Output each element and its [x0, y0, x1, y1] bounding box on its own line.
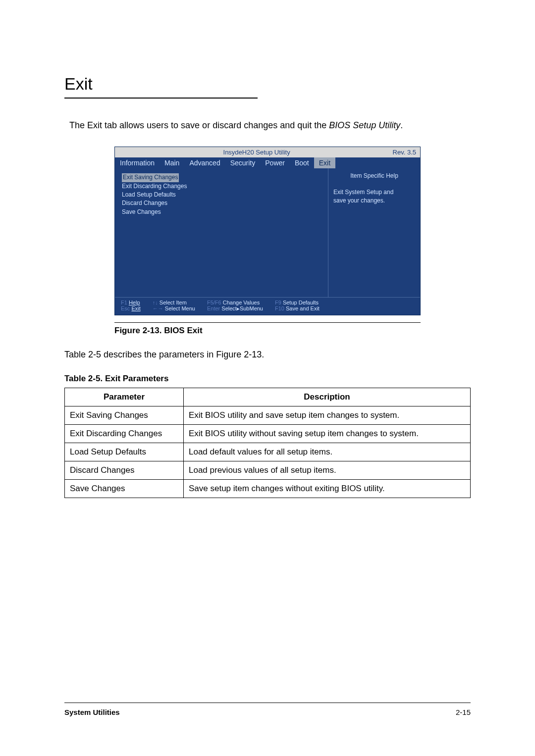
bios-footer: F1 Help Esc Exit ↑↓ Select Item ←→ Selec… [115, 297, 420, 315]
bios-footkey: ↑↓ [153, 300, 158, 305]
bios-tab-security[interactable]: Security [225, 157, 261, 168]
param-cell: Exit Discarding Changes [65, 425, 184, 443]
bios-footlbl: Change Values [223, 300, 260, 305]
bios-menu-item[interactable]: Discard Changes [122, 199, 321, 207]
bios-tab-advanced[interactable]: Advanced [184, 157, 225, 168]
table-row: Discard Changes Load previous values of … [65, 461, 471, 480]
intro-suffix: . [400, 120, 403, 130]
bios-footlbl: Exit [131, 305, 140, 311]
table-row: Save Changes Save setup item changes wit… [65, 480, 471, 498]
bios-screenshot: . InsydeH20 Setup Utility Rev. 3.5 Infor… [114, 147, 421, 315]
bios-tab-information[interactable]: Information [115, 157, 160, 168]
param-cell: Load Setup Defaults [65, 443, 184, 461]
bios-menu-item[interactable]: Exit Saving Changes [122, 173, 179, 182]
bios-menu-item[interactable]: Load Setup Defaults [122, 191, 321, 199]
table-header-row: Parameter Description [65, 388, 471, 406]
intro-text: The Exit tab allows users to save or dis… [69, 120, 329, 130]
desc-cell: Load previous values of all setup items. [184, 461, 471, 480]
bios-title-text: InsydeH20 Setup Utility [223, 149, 290, 156]
bios-tabs: Information Main Advanced Security Power… [115, 157, 420, 168]
intro-italic: BIOS Setup Utility [329, 120, 400, 130]
bios-footlbl: Save and Exit [286, 305, 320, 311]
bios-footlbl: Setup Defaults [283, 300, 319, 305]
footer-left: System Utilities [64, 708, 120, 716]
table-header-parameter: Parameter [65, 388, 184, 406]
desc-cell: Save setup item changes without exiting … [184, 480, 471, 498]
bios-footkey: F1 [121, 300, 127, 305]
bios-tab-exit[interactable]: Exit [314, 157, 335, 168]
bios-menu-item[interactable]: Save Changes [122, 208, 321, 216]
figure-caption: Figure 2-13. BIOS Exit [114, 326, 421, 336]
param-cell: Exit Saving Changes [65, 406, 184, 425]
bios-tab-main[interactable]: Main [160, 157, 184, 168]
bios-revision: Rev. 3.5 [393, 149, 416, 156]
bios-footkey: F10 [275, 305, 284, 311]
bios-help-pane: Item Specific Help Exit System Setup and… [328, 168, 420, 297]
bios-tab-boot[interactable]: Boot [290, 157, 314, 168]
param-cell: Discard Changes [65, 461, 184, 480]
footer-right: 2-15 [456, 708, 471, 716]
bios-footkey: F5/F6 [207, 300, 221, 305]
desc-cell: Load default values for all setup items. [184, 443, 471, 461]
bios-help-line1: Exit System Setup and [333, 189, 393, 196]
bios-footkey: F9 [275, 300, 281, 305]
bios-help-header: Item Specific Help [333, 172, 415, 179]
bios-footlbl: Select Item [160, 300, 187, 305]
param-cell: Save Changes [65, 480, 184, 498]
bios-footkey: ←→ [153, 305, 163, 311]
bios-footlbl: Select Menu [165, 305, 195, 311]
heading-rule [64, 98, 258, 99]
table-row: Exit Discarding Changes Exit BIOS utilit… [65, 425, 471, 443]
bios-tab-power[interactable]: Power [260, 157, 290, 168]
bios-footkey: Esc [121, 305, 130, 311]
table-caption: Table 2-5. Exit Parameters [64, 374, 471, 384]
desc-cell: Exit BIOS utility without saving setup i… [184, 425, 471, 443]
bios-footkey: Enter [207, 305, 220, 311]
bios-help-line2: save your changes. [333, 197, 385, 204]
bios-footlbl: Help [129, 300, 140, 305]
page-footer: System Utilities 2-15 [64, 703, 471, 716]
desc-cell: Exit BIOS utility and save setup item ch… [184, 406, 471, 425]
table-row: Load Setup Defaults Load default values … [65, 443, 471, 461]
bios-titlebar: . InsydeH20 Setup Utility Rev. 3.5 [115, 147, 420, 157]
table-header-description: Description [184, 388, 471, 406]
bios-help-text: Exit System Setup and save your changes. [333, 188, 415, 205]
section-heading: Exit [64, 74, 471, 94]
bios-menu: Exit Saving Changes Exit Discarding Chan… [115, 168, 328, 297]
table-row: Exit Saving Changes Exit BIOS utility an… [65, 406, 471, 425]
caption-rule [114, 322, 421, 323]
bios-footlbl: Select▸SubMenu [221, 305, 263, 311]
bios-menu-item[interactable]: Exit Discarding Changes [122, 182, 321, 191]
body-text: Table 2-5 describes the parameters in Fi… [64, 350, 471, 360]
exit-parameters-table: Parameter Description Exit Saving Change… [64, 388, 471, 498]
intro-paragraph: The Exit tab allows users to save or dis… [69, 119, 471, 132]
